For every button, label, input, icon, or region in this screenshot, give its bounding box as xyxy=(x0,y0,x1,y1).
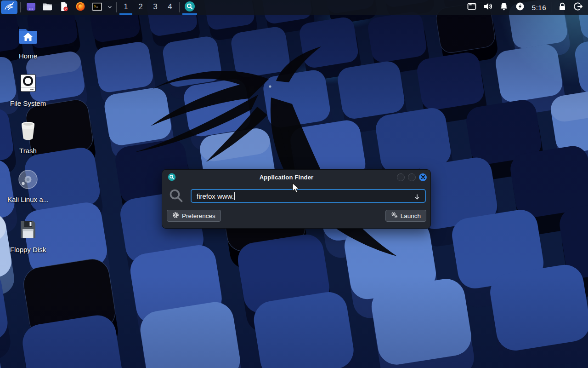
file-system-icon xyxy=(17,72,39,94)
launch-label: Launch xyxy=(401,213,421,219)
launcher-file-manager[interactable] xyxy=(39,0,56,15)
panel-separator xyxy=(179,2,180,12)
terminal-icon: $ xyxy=(92,2,102,13)
panel-left-group: $ 1234 xyxy=(0,0,198,15)
text-caret xyxy=(234,192,235,200)
taskbar-application-finder[interactable] xyxy=(181,0,198,15)
lock-icon xyxy=(557,1,567,13)
launch-button[interactable]: Launch xyxy=(385,210,426,222)
workspace-number: 2 xyxy=(138,2,142,12)
desktop-icon-kali-linux-a[interactable]: Kali Linux a... xyxy=(4,168,52,203)
preferences-label: Preferences xyxy=(182,213,215,219)
desktop-icon-file-system[interactable]: File System xyxy=(4,72,52,107)
notifications-tray-button[interactable] xyxy=(496,0,512,15)
logout-icon xyxy=(573,1,583,13)
folder-icon xyxy=(42,1,52,13)
panel-separator xyxy=(552,2,552,12)
kali-logo-icon xyxy=(3,0,15,14)
run-gears-icon xyxy=(391,212,398,220)
desktop: $ 1234 xyxy=(0,0,588,368)
top-panel: $ 1234 xyxy=(0,0,588,15)
desktop-icon-label: Kali Linux a... xyxy=(7,196,49,203)
desktop-icon-floppy-disk[interactable]: Floppy Disk xyxy=(4,218,52,253)
launcher-firefox-browser[interactable] xyxy=(72,0,89,15)
app-finder-icon xyxy=(184,1,195,14)
launcher-terminal-emulator[interactable] xyxy=(23,0,39,15)
trash-icon xyxy=(17,120,39,142)
workspace-button-3[interactable]: 3 xyxy=(148,0,163,15)
search-input-value: firefox www. xyxy=(197,192,234,200)
chevron-down-icon xyxy=(107,3,113,12)
application-finder-window: Application Finder firefox www. xyxy=(162,169,431,229)
launcher-text-editor[interactable] xyxy=(56,0,72,15)
panel-separator xyxy=(20,2,21,12)
desktop-icon-label: Home xyxy=(19,52,37,60)
launcher-group: $ xyxy=(23,0,105,15)
bell-icon xyxy=(499,1,509,13)
workspace-switcher: 1234 xyxy=(119,0,177,15)
network-tray-button[interactable] xyxy=(464,0,480,15)
volume-tray-button[interactable] xyxy=(480,0,496,15)
floppy-icon xyxy=(17,218,39,241)
dialog-button-row: Preferences Launch xyxy=(162,204,430,222)
clock[interactable]: 5:16 xyxy=(528,0,550,15)
kali-disc-icon xyxy=(17,168,39,190)
network-ethernet-icon xyxy=(467,1,477,13)
active-task-indicator xyxy=(182,13,197,15)
launcher-dropdown-button[interactable] xyxy=(105,0,114,15)
history-dropdown-arrow-icon[interactable] xyxy=(413,193,421,201)
workspace-button-2[interactable]: 2 xyxy=(133,0,148,15)
search-input[interactable]: firefox www. xyxy=(191,189,426,203)
window-title: Application Finder xyxy=(176,174,397,181)
desktop-icon-home[interactable]: Home xyxy=(4,25,52,60)
search-icon xyxy=(169,188,184,204)
desktop-icon-trash[interactable]: Trash xyxy=(4,120,52,155)
launcher-terminal[interactable]: $ xyxy=(89,0,105,15)
workspace-button-4[interactable]: 4 xyxy=(163,0,177,15)
workspace-button-1[interactable]: 1 xyxy=(119,0,133,15)
minimize-button[interactable] xyxy=(397,173,405,181)
svg-text:$: $ xyxy=(94,4,96,8)
workspace-number: 4 xyxy=(168,2,172,12)
power-lightning-icon xyxy=(515,1,525,13)
document-edit-icon xyxy=(59,2,69,13)
panel-right-group: 5:16 xyxy=(464,0,588,15)
app-finder-icon xyxy=(168,173,176,181)
lock-screen-button[interactable] xyxy=(554,0,570,15)
desktop-icon-label: Trash xyxy=(19,147,37,155)
workspace-number: 1 xyxy=(124,2,128,12)
gear-icon xyxy=(172,212,179,220)
close-button[interactable] xyxy=(419,173,427,181)
close-icon xyxy=(421,173,425,181)
workspace-number: 3 xyxy=(153,2,157,12)
panel-separator xyxy=(116,2,117,12)
maximize-button[interactable] xyxy=(408,173,416,181)
firefox-icon xyxy=(75,1,85,13)
active-workspace-indicator xyxy=(119,13,132,15)
power-manager-tray-button[interactable] xyxy=(512,0,528,15)
applications-menu-button[interactable] xyxy=(1,0,17,14)
mouse-cursor xyxy=(292,183,302,194)
logout-button[interactable] xyxy=(570,0,586,15)
preferences-button[interactable]: Preferences xyxy=(167,210,221,222)
home-folder-icon xyxy=(17,25,39,47)
volume-icon xyxy=(483,1,493,13)
window-controls xyxy=(397,173,427,181)
window-purple-icon xyxy=(26,2,36,13)
desktop-icon-label: File System xyxy=(10,99,46,107)
desktop-icon-label: Floppy Disk xyxy=(10,246,46,253)
